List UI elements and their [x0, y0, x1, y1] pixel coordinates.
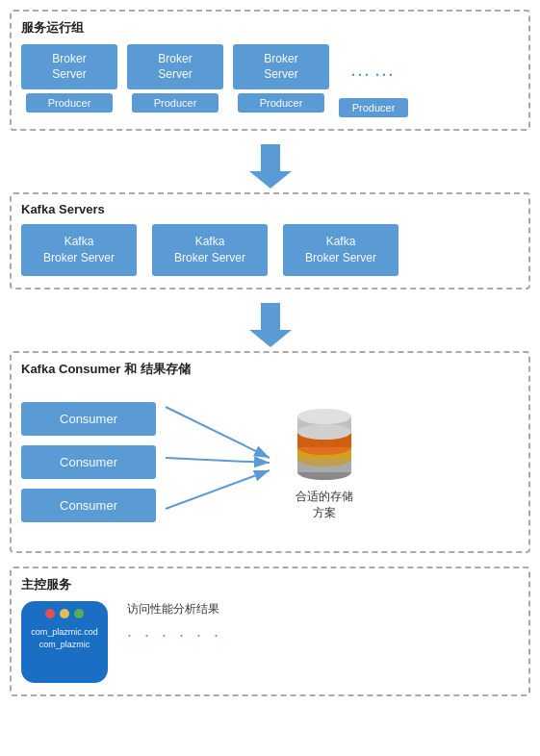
consumer-1: Consumer [21, 402, 156, 436]
db-label: 合适的存储方案 [296, 489, 353, 521]
section4-label: 主控服务 [21, 576, 519, 593]
consumer-2: Consumer [21, 445, 156, 479]
visit-text: 访问性能分析结果 [127, 601, 222, 617]
db-container: 合适的存储方案 [291, 403, 358, 521]
master-section: com_plazmic.codcom_plazmic 访问性能分析结果 · · … [21, 601, 519, 683]
svg-point-15 [297, 424, 351, 440]
broker-server-3: BrokerServer [233, 44, 329, 89]
app-icon: com_plazmic.codcom_plazmic [21, 601, 108, 683]
arrow-body-2 [261, 303, 280, 330]
dot-red [45, 609, 55, 618]
app-dots [45, 609, 84, 618]
consumer-arrows-svg [166, 386, 281, 540]
master-right: 访问性能分析结果 · · · · · · [127, 601, 222, 645]
kafka-broker-1: KafkaBroker Server [21, 224, 137, 276]
app-text: com_plazmic.codcom_plazmic [31, 626, 98, 652]
svg-line-1 [166, 407, 270, 458]
broker-server-1: BrokerServer [21, 44, 117, 89]
producer-1: Producer [26, 93, 113, 113]
arrow-body-1 [261, 144, 280, 171]
section3-label: Kafka Consumer 和 结果存储 [21, 361, 519, 378]
master-ellipsis: · · · · · · [127, 625, 222, 645]
section-broker-group: 服务运行组 BrokerServer Producer BrokerServer… [10, 10, 530, 131]
section-kafka-servers: Kafka Servers KafkaBroker Server KafkaBr… [10, 192, 530, 290]
broker-server-2: BrokerServer [127, 44, 223, 89]
section-kafka-consumer: Kafka Consumer 和 结果存储 Consumer Consumer … [10, 351, 530, 553]
producer-ellipsis: Producer [339, 98, 408, 117]
broker-unit-1: BrokerServer Producer [21, 44, 117, 113]
broker-unit-2: BrokerServer Producer [127, 44, 223, 113]
kafka-broker-3: KafkaBroker Server [283, 224, 399, 276]
consumer-3: Consumer [21, 489, 156, 522]
arrow-1 [10, 144, 530, 189]
svg-point-14 [297, 409, 351, 424]
consumer-list: Consumer Consumer Consumer [21, 402, 156, 522]
section-master-service: 主控服务 com_plazmic.codcom_plazmic 访问性能分析结果… [10, 567, 530, 696]
arrow-head-1 [249, 171, 292, 189]
producer-3: Producer [238, 93, 324, 113]
svg-line-3 [166, 470, 270, 509]
broker-unit-ellipsis: …… Producer [339, 44, 408, 117]
broker-row: BrokerServer Producer BrokerServer Produ… [21, 44, 519, 117]
kafka-broker-2: KafkaBroker Server [152, 224, 268, 276]
section1-label: 服务运行组 [21, 19, 519, 37]
arrow-head-2 [249, 330, 292, 347]
db-icon [291, 403, 358, 485]
broker-ellipsis: …… [349, 57, 398, 82]
svg-line-2 [166, 458, 270, 463]
section2-label: Kafka Servers [21, 202, 519, 216]
broker-unit-3: BrokerServer Producer [233, 44, 329, 113]
arrow-2 [10, 303, 530, 347]
producer-2: Producer [132, 93, 219, 113]
dot-green [74, 609, 84, 618]
kafka-row: KafkaBroker Server KafkaBroker Server Ka… [21, 224, 519, 276]
dot-yellow [60, 609, 69, 618]
